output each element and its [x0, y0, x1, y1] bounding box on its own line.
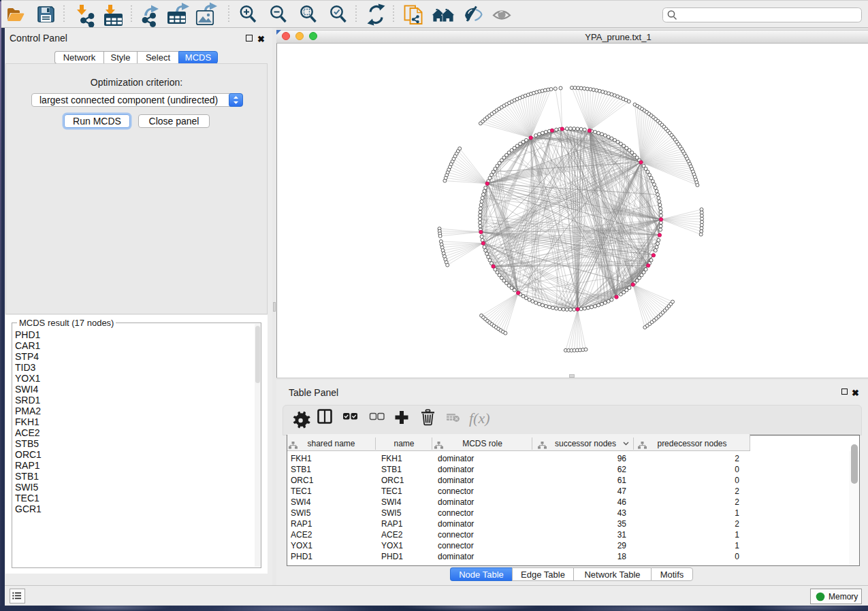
svg-text:f(x): f(x)	[469, 410, 490, 427]
